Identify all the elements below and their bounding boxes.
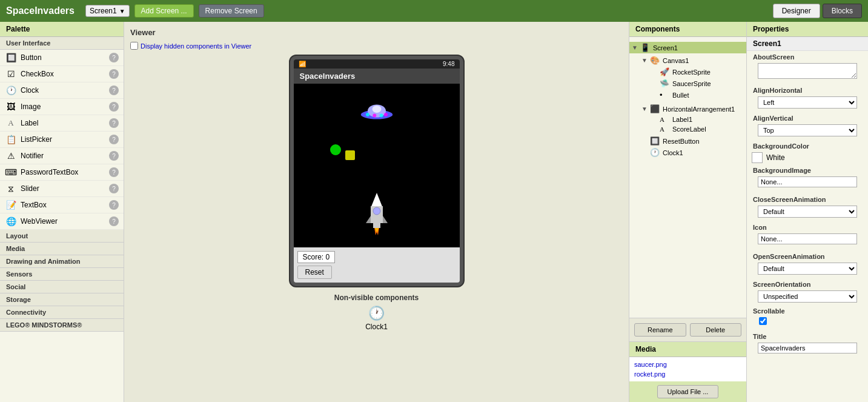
section-lego[interactable]: LEGO® MINDSTORMS®: [0, 319, 124, 332]
section-layout[interactable]: Layout: [0, 230, 124, 243]
section-drawing-animation[interactable]: Drawing and Animation: [0, 255, 124, 268]
notifier-help[interactable]: ?: [109, 151, 119, 161]
remove-screen-button[interactable]: Remove Screen: [199, 4, 264, 18]
viewer-panel: Viewer Display hidden components in View…: [124, 22, 629, 402]
prop-label-screenorientation: ScreenOrientation: [747, 278, 868, 289]
slider-icon: ⧖: [5, 183, 17, 195]
media-file-saucer[interactable]: saucer.png: [634, 360, 741, 369]
palette-item-slider[interactable]: ⧖ Slider ?: [0, 181, 124, 197]
palette-item-passwordtextbox[interactable]: ⌨ PasswordTextBox ?: [0, 164, 124, 181]
about-screen-input[interactable]: [758, 63, 857, 79]
media-title: Media: [629, 342, 746, 357]
palette-item-image[interactable]: 🖼 Image ?: [0, 99, 124, 115]
blocks-button[interactable]: Blocks: [823, 4, 862, 18]
prop-label-alignvertical: AlignVertical: [747, 112, 868, 123]
passwordtextbox-help[interactable]: ?: [109, 167, 119, 177]
screen1-icon: 📱: [640, 43, 651, 52]
add-screen-button[interactable]: Add Screen ...: [134, 4, 194, 18]
reset-button-preview[interactable]: Reset: [297, 266, 332, 279]
palette-item-button[interactable]: 🔲 Button ?: [0, 50, 124, 66]
close-screen-animation-select[interactable]: Default: [758, 206, 857, 218]
tree-row-label1[interactable]: A Label1: [649, 115, 746, 124]
scrollable-checkbox[interactable]: [759, 317, 767, 325]
icon-input[interactable]: [758, 233, 857, 244]
textbox-icon: 📝: [5, 199, 17, 211]
phone-frame: 📶 9:48 SpaceInvaders: [289, 55, 465, 287]
image-icon: 🖼: [5, 101, 17, 113]
screen-selector[interactable]: Screen1 ▼: [85, 5, 130, 17]
align-horizontal-select[interactable]: Left Center Right: [758, 96, 857, 109]
align-vertical-select[interactable]: Top Center Bottom: [758, 124, 857, 136]
properties-screen-name: Screen1: [747, 37, 868, 51]
upload-file-button[interactable]: Upload File ...: [657, 385, 719, 398]
palette-item-webviewer[interactable]: 🌐 WebViewer ?: [0, 213, 124, 230]
listpicker-icon: 📋: [5, 133, 17, 146]
delete-button[interactable]: Delete: [690, 323, 742, 337]
palette-item-clock[interactable]: 🕐 Clock ?: [0, 82, 124, 99]
screen1-children: ▼ 🎨 Canvas1 🚀 RocketSprite: [629, 53, 746, 158]
tree-row-harrangement[interactable]: ▼ ⬛ HorizontalArrangement1: [639, 103, 746, 115]
section-social[interactable]: Social: [0, 281, 124, 293]
svg-marker-10: [366, 216, 371, 223]
prop-label-icon: Icon: [747, 221, 868, 232]
tree-row-resetbutton[interactable]: 🔲 ResetButton: [639, 135, 746, 147]
section-sensors[interactable]: Sensors: [0, 268, 124, 281]
prop-label-bgimage: BackgroundImage: [747, 164, 868, 175]
slider-help[interactable]: ?: [109, 184, 119, 193]
prop-row-bgcolor: White: [747, 151, 868, 164]
bullet-sprite: [330, 144, 341, 155]
phone-bottom-controls: Score: 0 Reset: [294, 247, 460, 283]
button-help[interactable]: ?: [109, 53, 119, 62]
display-hidden-checkbox[interactable]: [130, 42, 138, 50]
tree-row-canvas1[interactable]: ▼ 🎨 Canvas1: [639, 55, 746, 66]
tree-row-saucersprite[interactable]: 🛸 SaucerSprite: [649, 78, 746, 89]
media-file-rocket[interactable]: rocket.png: [634, 369, 741, 379]
button-icon: 🔲: [5, 52, 17, 64]
section-user-interface[interactable]: User Interface: [0, 37, 124, 50]
properties-title: Properties: [747, 22, 868, 37]
checkbox-help[interactable]: ?: [109, 69, 119, 79]
non-visible-section: Non-visible components 🕐 Clock1: [130, 293, 623, 331]
section-media[interactable]: Media: [0, 243, 124, 255]
title-input[interactable]: [758, 343, 857, 353]
section-connectivity[interactable]: Connectivity: [0, 306, 124, 319]
textbox-help[interactable]: ?: [109, 200, 119, 210]
phone-title-bar: SpaceInvaders: [294, 69, 460, 84]
tree-row-rocketsprite[interactable]: 🚀 RocketSprite: [649, 66, 746, 78]
palette-item-listpicker[interactable]: 📋 ListPicker ?: [0, 132, 124, 148]
tree-row-scorelabel[interactable]: A ScoreLabel: [649, 124, 746, 134]
webviewer-help[interactable]: ?: [109, 216, 119, 226]
designer-button[interactable]: Designer: [773, 4, 820, 18]
palette-panel: Palette User Interface 🔲 Button ? ☑ Chec…: [0, 22, 124, 402]
bg-image-input[interactable]: [758, 176, 857, 187]
tree-row-bullet[interactable]: • Bullet: [649, 89, 746, 101]
screen-orientation-select[interactable]: Unspecified Portrait Landscape: [758, 290, 857, 303]
viewer-title: Viewer: [130, 28, 623, 37]
listpicker-help[interactable]: ?: [109, 135, 119, 144]
label-help[interactable]: ?: [109, 118, 119, 128]
tree-row-clock1[interactable]: 🕐 Clock1: [639, 147, 746, 158]
clock-help[interactable]: ?: [109, 85, 119, 95]
palette-item-checkbox[interactable]: ☑ CheckBox ?: [0, 66, 124, 82]
clock-icon: 🕐: [5, 84, 17, 96]
clock1-icon: 🕐: [368, 306, 385, 321]
checkbox-icon: ☑: [5, 68, 17, 80]
image-help[interactable]: ?: [109, 102, 119, 112]
palette-item-notifier[interactable]: ⚠ Notifier ?: [0, 148, 124, 164]
screen1-label: Screen1: [653, 44, 678, 52]
open-screen-animation-select[interactable]: Default: [758, 263, 857, 275]
non-visible-title: Non-visible components: [130, 293, 623, 302]
svg-rect-12: [373, 223, 380, 228]
bgcolor-swatch[interactable]: [752, 152, 763, 163]
tree-row-screen1[interactable]: ▼ 📱 Screen1: [629, 42, 746, 53]
palette-item-label[interactable]: A Label ?: [0, 115, 124, 132]
rename-button[interactable]: Rename: [634, 323, 686, 337]
prop-value-screenorientation: Unspecified Portrait Landscape: [747, 289, 868, 306]
palette-item-textbox[interactable]: 📝 TextBox ?: [0, 197, 124, 213]
prop-value-scrollable: [747, 316, 868, 330]
prop-value-aboutscreen: [747, 62, 868, 84]
svg-marker-11: [383, 216, 388, 223]
svg-point-9: [373, 207, 380, 215]
components-title: Components: [629, 22, 746, 37]
section-storage[interactable]: Storage: [0, 293, 124, 306]
